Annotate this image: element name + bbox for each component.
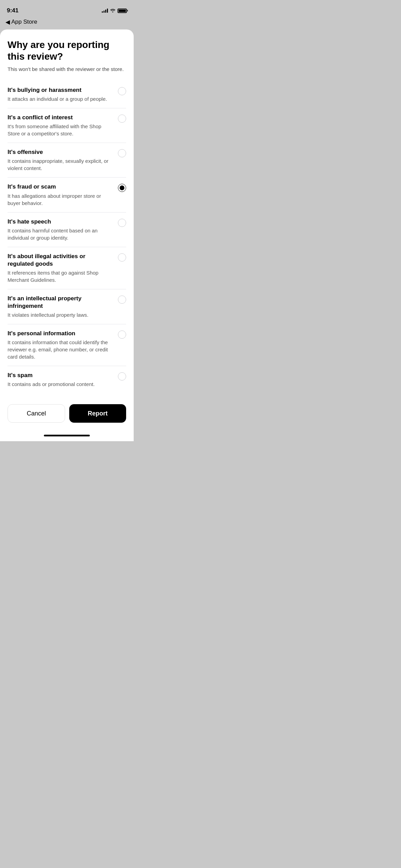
bottom-actions: Cancel Report [8,400,126,430]
option-text: It's an intellectual property infringeme… [8,295,118,318]
option-text: It's bullying or harassmentIt attacks an… [8,86,118,103]
option-text: It's fraud or scamIt has allegations abo… [8,183,118,206]
option-title: It's bullying or harassment [8,86,112,94]
radio-button[interactable] [118,253,126,262]
list-item[interactable]: It's fraud or scamIt has allegations abo… [8,178,126,212]
signal-icon [102,9,108,13]
status-time: 9:41 [7,7,19,14]
battery-icon [118,9,127,13]
option-title: It's personal information [8,330,112,337]
list-item[interactable]: It's bullying or harassmentIt attacks an… [8,81,126,108]
list-item[interactable]: It's about illegal activities or regulat… [8,247,126,289]
cancel-button[interactable]: Cancel [8,404,65,423]
radio-button[interactable] [118,372,126,381]
option-text: It's personal informationIt contains inf… [8,330,118,360]
radio-button[interactable] [118,114,126,123]
option-description: It's from someone affiliated with the Sh… [8,123,112,137]
radio-button[interactable] [118,219,126,227]
back-navigation[interactable]: ◀ App Store [0,17,134,28]
report-button[interactable]: Report [69,404,126,423]
option-text: It's spamIt contains ads or promotional … [8,372,118,388]
option-text: It's offensiveIt contains inappropriate,… [8,148,118,172]
option-description: It contains harmful content based on an … [8,227,112,241]
list-item[interactable]: It's a conflict of interestIt's from som… [8,108,126,143]
option-title: It's fraud or scam [8,183,112,191]
options-list: It's bullying or harassmentIt attacks an… [0,81,134,393]
radio-button[interactable] [118,330,126,339]
modal-title: Why are you reporting this review? [8,39,126,62]
option-text: It's a conflict of interestIt's from som… [8,114,118,137]
radio-button[interactable] [118,149,126,157]
option-title: It's about illegal activities or regulat… [8,253,112,268]
wifi-icon [110,8,116,13]
option-description: It references items that go against Shop… [8,269,112,284]
option-title: It's an intellectual property infringeme… [8,295,112,310]
status-icons [102,8,127,13]
option-title: It's spam [8,372,112,379]
option-title: It's a conflict of interest [8,114,112,121]
option-text: It's about illegal activities or regulat… [8,253,118,284]
home-indicator [0,430,134,441]
option-title: It's offensive [8,148,112,156]
option-text: It's hate speechIt contains harmful cont… [8,218,118,241]
status-bar: 9:41 [0,0,134,17]
list-item[interactable]: It's spamIt contains ads or promotional … [8,366,126,393]
back-label: App Store [11,19,37,25]
report-modal: Why are you reporting this review? This … [0,29,134,430]
option-description: It has allegations about improper store … [8,192,112,207]
back-chevron-icon: ◀ [5,19,10,25]
option-title: It's hate speech [8,218,112,226]
option-description: It contains ads or promotional content. [8,381,112,388]
option-description: It contains inappropriate, sexually expl… [8,157,112,172]
list-item[interactable]: It's hate speechIt contains harmful cont… [8,213,126,247]
home-bar [44,435,90,436]
modal-subtitle: This won't be shared with the reviewer o… [8,65,126,73]
option-description: It contains information that could ident… [8,339,112,360]
radio-button[interactable] [118,296,126,304]
radio-button[interactable] [118,184,126,192]
option-description: It attacks an individual or a group of p… [8,95,112,103]
list-item[interactable]: It's an intellectual property infringeme… [8,289,126,324]
radio-button[interactable] [118,87,126,95]
list-item[interactable]: It's offensiveIt contains inappropriate,… [8,143,126,178]
option-description: It violates intellectual property laws. [8,311,112,318]
list-item[interactable]: It's personal informationIt contains inf… [8,324,126,366]
